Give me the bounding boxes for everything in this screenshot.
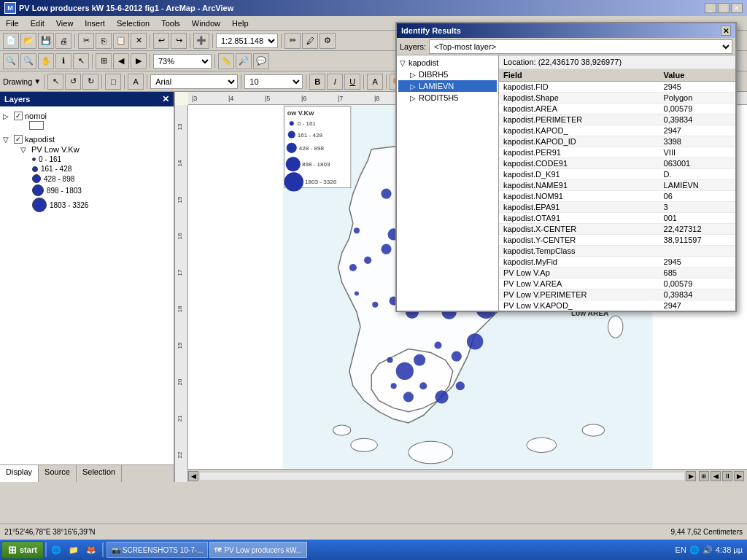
scroll-right[interactable]: ▶ <box>686 471 696 481</box>
svg-point-74 <box>414 354 425 366</box>
ie-icon[interactable]: 🌐 <box>48 542 64 558</box>
value-cell: 2947 <box>659 125 735 136</box>
tools-btn[interactable]: ⚙ <box>320 33 336 49</box>
menu-selection[interactable]: Selection <box>114 18 152 28</box>
rotate-left-btn[interactable]: ↺ <box>65 74 81 90</box>
tree-lamievn[interactable]: ▷ LAMIEVN <box>398 80 497 92</box>
layer-name-nomoi[interactable]: nomoi <box>25 112 47 120</box>
tab-display[interactable]: Display <box>0 465 39 482</box>
select-button[interactable]: ↖ <box>73 53 89 69</box>
expand-pvlow[interactable]: ▽ <box>20 146 29 154</box>
expand-kapodist[interactable]: ▽ <box>3 136 12 144</box>
new-button[interactable]: 📄 <box>3 33 19 49</box>
tree-roditsh5[interactable]: ▷ RODIT5H5 <box>398 92 497 104</box>
legend-circle-3 <box>32 174 41 183</box>
open-button[interactable]: 📂 <box>20 33 36 49</box>
taskbar-item-screenshots[interactable]: 📷 SCREENSHOTS 10-7-... <box>107 542 209 558</box>
layer-name-pvlow[interactable]: PV Low V.Kw <box>31 145 80 154</box>
menu-insert[interactable]: Insert <box>82 18 108 28</box>
layers-dropdown[interactable]: <Top-most layer> <box>429 39 732 54</box>
expand-icon2: ▷ <box>410 71 417 79</box>
nav-btn-4[interactable]: ▶ <box>734 471 744 481</box>
prev-extent-btn[interactable]: ◀ <box>113 53 129 69</box>
expand-nomoi[interactable]: ▷ <box>3 112 12 120</box>
legend-label-5: 1803 - 3326 <box>50 201 88 209</box>
paste-button[interactable]: 📋 <box>113 33 129 49</box>
svg-text:|3: |3 <box>192 95 197 102</box>
html-popup-btn[interactable]: 💬 <box>253 53 269 69</box>
menu-tools[interactable]: Tools <box>158 18 183 28</box>
zoom-in-button[interactable]: 🔍 <box>3 53 19 69</box>
font-size-dropdown[interactable]: 10 <box>244 74 303 89</box>
nav-btn-2[interactable]: ◀ <box>711 471 721 481</box>
full-extent-btn[interactable]: ⊞ <box>96 53 112 69</box>
italic-btn[interactable]: I <box>327 74 343 90</box>
svg-text:14: 14 <box>177 160 183 166</box>
drawing-dropdown-arrow[interactable]: ▼ <box>34 77 41 85</box>
nav-btn-1[interactable]: ⊕ <box>699 471 709 481</box>
menu-file[interactable]: File <box>3 18 22 28</box>
svg-text:16: 16 <box>177 233 183 239</box>
pointer-btn[interactable]: ↖ <box>47 74 63 90</box>
folder-icon[interactable]: 📁 <box>66 542 82 558</box>
scale-dropdown[interactable]: 1:2.851.148 <box>216 34 278 48</box>
scrollbar-track-h[interactable] <box>200 472 684 480</box>
start-button[interactable]: ⊞ start <box>1 541 44 559</box>
nav-btn-3[interactable]: ⏸ <box>722 471 732 481</box>
menu-edit[interactable]: Edit <box>28 18 47 28</box>
undo-button[interactable]: ↩ <box>153 33 169 49</box>
measure-btn[interactable]: 📏 <box>218 53 234 69</box>
svg-text:18: 18 <box>177 306 183 312</box>
scroll-left[interactable]: ◀ <box>188 471 198 481</box>
svg-point-61 <box>381 244 391 254</box>
menu-view[interactable]: View <box>53 18 77 28</box>
svg-point-86 <box>354 228 360 233</box>
bold-btn[interactable]: B <box>309 74 325 90</box>
underline-btn[interactable]: U <box>344 74 360 90</box>
menu-window[interactable]: Window <box>189 18 223 28</box>
legend-label-4: 898 - 1803 <box>47 187 82 195</box>
toc-close-button[interactable]: ✕ <box>162 94 169 104</box>
zoom-dropdown[interactable]: 73% <box>153 54 212 69</box>
taskbar-item-arcmap[interactable]: 🗺 PV Low producers kW... <box>209 542 307 558</box>
tab-selection[interactable]: Selection <box>77 465 122 482</box>
print-button[interactable]: 🖨 <box>55 33 71 49</box>
next-extent-btn[interactable]: ▶ <box>131 53 147 69</box>
location-bar: Location: (22,436170 38,926977) <box>499 55 735 69</box>
pan-button[interactable]: ✋ <box>38 53 54 69</box>
sep10 <box>101 74 102 89</box>
text-btn[interactable]: A <box>128 74 144 90</box>
tab-source[interactable]: Source <box>39 465 77 482</box>
firefox-icon[interactable]: 🦊 <box>83 542 99 558</box>
add-data-button[interactable]: ➕ <box>193 33 209 49</box>
tree-dibrh5[interactable]: ▷ DIBRH5 <box>398 69 497 80</box>
rotate-right-btn[interactable]: ↻ <box>82 74 98 90</box>
location-text: Location: (22,436170 38,926977) <box>503 58 622 66</box>
field-cell: kapodist.KAPOD_ <box>499 125 659 136</box>
font-dropdown[interactable]: Arial <box>150 74 238 89</box>
sketch-btn[interactable]: 🖊 <box>302 33 318 49</box>
delete-button[interactable]: ✕ <box>131 33 147 49</box>
zoom-out-button[interactable]: 🔍 <box>20 53 36 69</box>
font-color-btn[interactable]: A <box>367 74 383 90</box>
copy-button[interactable]: ⎘ <box>96 33 112 49</box>
menu-help[interactable]: Help <box>229 18 252 28</box>
save-button[interactable]: 💾 <box>38 33 54 49</box>
identify-close-button[interactable]: ✕ <box>721 26 731 36</box>
map-scrollbar-h[interactable]: ◀ ▶ ⊕ ◀ ⏸ ▶ <box>188 469 747 482</box>
close-button[interactable]: ✕ <box>731 3 743 13</box>
checkbox-kapodist[interactable]: ✓ <box>14 135 23 144</box>
maximize-button[interactable]: □ <box>718 3 729 13</box>
rect-btn[interactable]: □ <box>105 74 121 90</box>
minimize-button[interactable]: _ <box>705 3 716 13</box>
editor-btn[interactable]: ✏ <box>285 33 301 49</box>
checkbox-nomoi[interactable]: ✓ <box>14 112 23 120</box>
cut-button[interactable]: ✂ <box>78 33 94 49</box>
layer-name-kapodist[interactable]: kapodist <box>25 135 55 144</box>
expand-icon: ▽ <box>400 59 407 67</box>
identify-button[interactable]: ℹ <box>55 53 71 69</box>
value-cell: 0,00579 <box>659 279 735 289</box>
tree-kapodist[interactable]: ▽ kapodist <box>398 57 497 69</box>
find-btn[interactable]: 🔎 <box>236 53 252 69</box>
redo-button[interactable]: ↪ <box>171 33 187 49</box>
